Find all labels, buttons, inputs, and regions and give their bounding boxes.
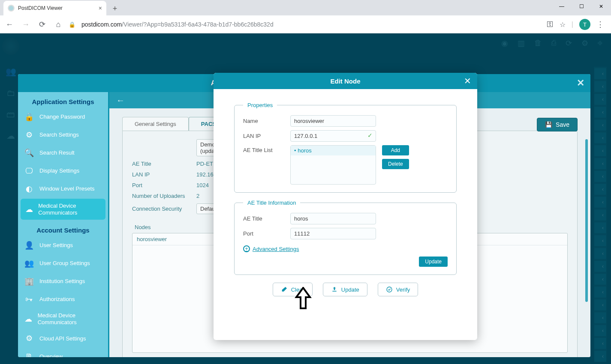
magnifier-icon: 🔍 xyxy=(24,148,34,158)
ae-list-item[interactable]: horos xyxy=(291,146,376,155)
api-icon: ⚙ xyxy=(24,333,34,343)
sidebar-item-institution[interactable]: 🏢Institution Settings xyxy=(18,272,108,290)
svg-point-0 xyxy=(387,287,392,292)
plus-circle-icon: + xyxy=(243,245,250,252)
sidebar-item-display-settings[interactable]: 🖵Display Settings xyxy=(18,162,108,180)
sidebar-item-user-group[interactable]: 👥User Group Settings xyxy=(18,254,108,272)
minimize-button[interactable]: — xyxy=(552,0,572,13)
sidebar-item-medical-device[interactable]: ☁Medical Device Communicators xyxy=(21,199,105,220)
modal-close-icon[interactable]: ✕ xyxy=(464,76,471,86)
sidebar-item-search-result[interactable]: 🔍Search Result xyxy=(18,144,108,162)
update-ae-button[interactable]: Update xyxy=(419,257,448,267)
edit-node-modal: Edit Node ✕ Properties Name LAN IP AE Ti… xyxy=(214,73,477,340)
ae-title-input[interactable] xyxy=(290,213,376,224)
sidebar-item-medical-device2[interactable]: ☁Medical Device Communicators xyxy=(18,308,108,329)
monitor-icon: 🖵 xyxy=(24,166,34,176)
sidebar-item-user-settings[interactable]: 👤User Settings xyxy=(18,236,108,254)
reload-button[interactable]: ⟳ xyxy=(36,20,48,29)
lock-icon: 🔒 xyxy=(24,112,34,122)
chrome-menu-icon[interactable]: ⋮ xyxy=(596,20,604,29)
advanced-settings-link[interactable]: +Advanced Settings xyxy=(243,245,299,252)
save-button[interactable]: 💾Save xyxy=(537,118,578,131)
favicon xyxy=(8,5,15,12)
check-circle-icon xyxy=(386,286,393,293)
ae-title-label: AE Title xyxy=(243,215,290,222)
key-icon: 🗝 xyxy=(24,294,34,304)
contrast-icon: ◐ xyxy=(24,184,34,194)
cloud-icon: ☁ xyxy=(24,314,33,324)
save-icon: 💾 xyxy=(545,121,552,128)
sidebar-heading-app: Application Settings xyxy=(18,92,108,108)
back-arrow-icon[interactable]: ← xyxy=(116,95,125,105)
close-tab-icon[interactable]: × xyxy=(99,5,102,12)
tab-general-settings[interactable]: General Settings xyxy=(122,117,189,131)
ae-info-fieldset: AE Title Information AE Title Port +Adva… xyxy=(234,200,457,275)
browser-tab[interactable]: PostDICOM Viewer × xyxy=(3,1,106,15)
sidebar-item-overview[interactable]: 🗎Overview xyxy=(18,347,108,357)
lan-ip-label: LAN IP xyxy=(243,133,290,139)
gear-search-icon: ⚙ xyxy=(24,130,34,140)
port-label: Port xyxy=(243,230,290,237)
name-label: Name xyxy=(243,118,290,124)
bookmark-icon[interactable]: ☆ xyxy=(560,21,566,29)
properties-fieldset: Properties Name LAN IP AE Title List hor… xyxy=(234,102,457,193)
sidebar-item-window-level[interactable]: ◐Window Level Presets xyxy=(18,180,108,198)
forward-button: → xyxy=(20,20,32,29)
port-input[interactable] xyxy=(290,228,376,239)
sidebar-item-search-settings[interactable]: ⚙Search Settings xyxy=(18,126,108,144)
update-button[interactable]: Update xyxy=(323,283,367,296)
lan-ip-input[interactable] xyxy=(290,130,376,142)
sidebar-item-authorizations[interactable]: 🗝Authorizations xyxy=(18,290,108,308)
tab-title: PostDICOM Viewer xyxy=(18,5,63,11)
upload-icon xyxy=(331,286,338,293)
users-icon: 👥 xyxy=(24,258,34,269)
password-key-icon[interactable]: ⚿ xyxy=(547,21,554,28)
clear-button[interactable]: Clear xyxy=(273,283,313,296)
delete-button[interactable]: Delete xyxy=(382,159,409,169)
back-button[interactable]: ← xyxy=(3,20,15,29)
cloud-icon: ☁ xyxy=(25,204,33,215)
lock-icon: 🔒 xyxy=(69,21,75,28)
building-icon: 🏢 xyxy=(24,276,34,286)
user-icon: 👤 xyxy=(24,240,34,251)
sidebar-heading-account: Account Settings xyxy=(18,221,108,236)
overlay-close-icon[interactable]: ✕ xyxy=(577,78,584,89)
new-tab-button[interactable]: + xyxy=(109,3,121,15)
verify-button[interactable]: Verify xyxy=(378,283,418,296)
address-bar[interactable]: postdicom.com/Viewer/?App=b9a5313f-6a43-… xyxy=(81,21,542,28)
add-button[interactable]: Add xyxy=(382,145,409,155)
maximize-button[interactable]: ☐ xyxy=(572,0,591,13)
doc-icon: 🗎 xyxy=(24,351,34,357)
eraser-icon xyxy=(281,286,288,293)
ae-title-list[interactable]: horos xyxy=(290,145,376,185)
home-button[interactable]: ⌂ xyxy=(52,20,64,29)
sidebar-item-cloud-api[interactable]: ⚙Cloud API Settings xyxy=(18,329,108,347)
scrollbar[interactable] xyxy=(585,139,588,302)
ae-list-label: AE Title List xyxy=(243,145,290,153)
sidebar-item-change-password[interactable]: 🔒Change Password xyxy=(18,108,108,126)
profile-avatar[interactable]: T xyxy=(579,19,590,30)
modal-header: Edit Node ✕ xyxy=(214,73,477,89)
close-window-button[interactable]: ✕ xyxy=(591,0,611,13)
name-input[interactable] xyxy=(290,115,376,127)
